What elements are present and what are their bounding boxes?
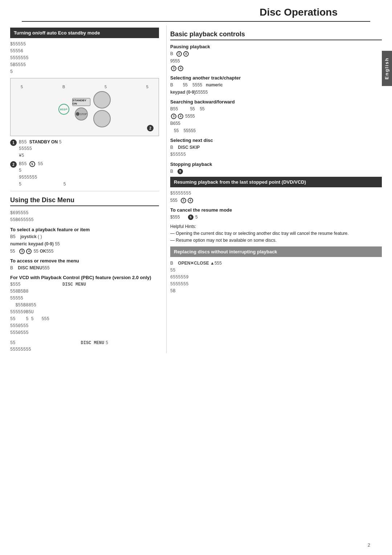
pausing-label: Pausing playback (170, 44, 382, 49)
pausing-line1: B 34 (170, 50, 382, 57)
circle-4: 4 (26, 249, 32, 254)
garbled-line-3: 5555555 (10, 55, 159, 61)
selecting-next-garbled: $55555 (170, 151, 382, 158)
device-controls: eco+ STANDBY ON STOP (58, 91, 111, 127)
stop-button: STOP (75, 107, 88, 121)
select-track-line1: B 55 5555 numeric (170, 82, 382, 88)
helpful-hints: Helpful Hints: — Opening the current dis… (170, 223, 382, 244)
searching-line3: B655 (170, 120, 382, 127)
step-1-garbled: B55 (19, 140, 29, 145)
select-feature-line2: numeric keypad (0-9) 55 (10, 241, 159, 247)
label-b: B (62, 85, 65, 89)
circle-3a: 3 (176, 51, 182, 57)
page-number: 2 (368, 542, 370, 548)
garbled-line-4: 5B5555 (10, 62, 159, 68)
basic-playback-heading: Basic playback controls (170, 30, 382, 40)
device-image: 5 B 5 5 eco+ STANDBY ON STOP (10, 78, 159, 136)
circle-4b: 4 (178, 66, 183, 71)
pausing-line2: 9555 (170, 58, 382, 64)
step-2-line4: 5 5 (19, 181, 66, 188)
circle-4a: 4 (183, 51, 189, 57)
select-feature-label: To select a playback feature or item (10, 227, 159, 232)
open-close-line: B OPEN✕CLOSE ▲555 (170, 260, 382, 266)
disc-buttons (93, 91, 111, 127)
step-1-text: B55 STANDBY ON 5 55555 ¥5 (19, 139, 62, 159)
bottom-garbled-suffix: 5 (106, 340, 108, 346)
vcd-garbled-2: 558B5B8 (10, 288, 159, 295)
step-1: 1 B55 STANDBY ON 5 55555 ¥5 (10, 139, 159, 159)
circle-3b: 3 (171, 66, 176, 71)
access-menu-line: B DISC MENU555 (10, 265, 159, 271)
step-5-circle: 5 (29, 161, 35, 167)
stop-dot (76, 112, 79, 116)
select-feature-line1: B5 joystick ( ) (10, 233, 159, 240)
language-tab: English (382, 51, 392, 86)
circle-4c: 4 (178, 114, 183, 119)
searching-label: Searching backward/forward (170, 99, 382, 105)
step-1-line3: ¥5 (19, 152, 62, 159)
resuming-box: Resuming playback from the last stopped … (170, 177, 382, 187)
vcd-label: For VCD with Playback Control (PBC) feat… (10, 275, 159, 280)
step-2: 2 B55 5 55 5 9555555 5 5 (10, 161, 159, 188)
pausing-line3: 34 (170, 65, 382, 72)
disc-menu-heading-vis: Using the Disc Menu (10, 196, 159, 206)
device-labels: 5 B 5 5 (13, 85, 156, 89)
searching-line1: B55 55 55 (170, 106, 382, 112)
step-2-line3: 9555555 (19, 174, 66, 181)
select-track-label: Selecting another track/chapter (170, 75, 382, 81)
circle-5b: 5 (188, 215, 193, 220)
divider-1 (10, 191, 159, 191)
step-2-number: 2 (10, 161, 17, 168)
disc-menu-garbled-1: $695555 (10, 210, 159, 216)
label-5c: 5 (146, 85, 148, 89)
step-2-garbled1: B55 (19, 162, 29, 167)
vcd-garbled-8: 5550555 (10, 330, 159, 336)
replacing-box: Replacing discs without interrupting pla… (170, 246, 382, 257)
page-title: Disc Operations (22, 0, 370, 22)
label-5a: 5 (21, 85, 23, 89)
searching-line2: 34 5555 (170, 113, 382, 119)
resuming-garbled-1: $5555555 (170, 190, 382, 197)
circle-5a: 5 (177, 169, 183, 174)
disc-menu-bottom: 55 DISC MENU 5 (10, 340, 159, 346)
right-column: Basic playback controls Pausing playback… (166, 25, 382, 353)
circle-3: 3 (19, 249, 25, 254)
disc-circle-2 (93, 110, 111, 127)
vcd-garbled-7: 5550555 (10, 323, 159, 329)
standby-button: STANDBY ON (72, 98, 90, 106)
step-1-suffix: 5 (59, 140, 61, 145)
step-1-number: 1 (10, 139, 17, 146)
label-5b: 5 (105, 85, 107, 89)
replacing-garbled-2: 6555559 (170, 274, 382, 281)
cancel-resume-label: To cancel the resume mode (170, 207, 382, 213)
bottom-garbled-1: 55 DISC MENU (10, 340, 104, 346)
circle-4d: 4 (188, 198, 193, 203)
disc-circle-1 (93, 91, 111, 109)
garbled-line-2: 55556 (10, 48, 159, 54)
selecting-next-line: B DISC SKIP (170, 144, 382, 151)
stopping-label: Stopping playback (170, 162, 382, 167)
left-column: Turning on/off auto Eco standby mode $55… (10, 25, 166, 353)
access-menu-label: To access or remove the menu (10, 258, 159, 264)
resuming-garbled-2: 555 34 (170, 197, 382, 204)
eco-button: eco+ (58, 104, 69, 115)
center-controls: STANDBY ON STOP (72, 98, 90, 121)
searching-line4: 55 55555 (170, 127, 382, 134)
vcd-garbled-4: $55B8855 (10, 302, 159, 309)
stopping-line: B 5 (170, 168, 382, 175)
replacing-garbled-3: 5555555 (170, 281, 382, 287)
cancel-resume-line: $555 5 5 (170, 214, 382, 220)
select-feature-line3: 55 34 55 OK555 (10, 248, 159, 254)
garbled-line-1: $55555 (10, 41, 159, 48)
hint2: — Resume option may not be available on … (170, 237, 382, 244)
circle-3c: 3 (171, 114, 176, 119)
step-2-line2: 5 (19, 167, 66, 174)
replacing-garbled-4: 5B (170, 288, 382, 294)
garbled-line-5: 5 (10, 69, 159, 75)
vcd-garbled-6: 55 5 5 555 (10, 316, 159, 322)
vcd-garbled-5: 555559B5U (10, 309, 159, 315)
circle-3d: 3 (181, 198, 186, 203)
vcd-garbled-3: 55555 (10, 295, 159, 302)
selecting-next-label: Selecting next disc (170, 138, 382, 143)
step-2-text: B55 5 55 5 9555555 5 5 (19, 161, 66, 188)
